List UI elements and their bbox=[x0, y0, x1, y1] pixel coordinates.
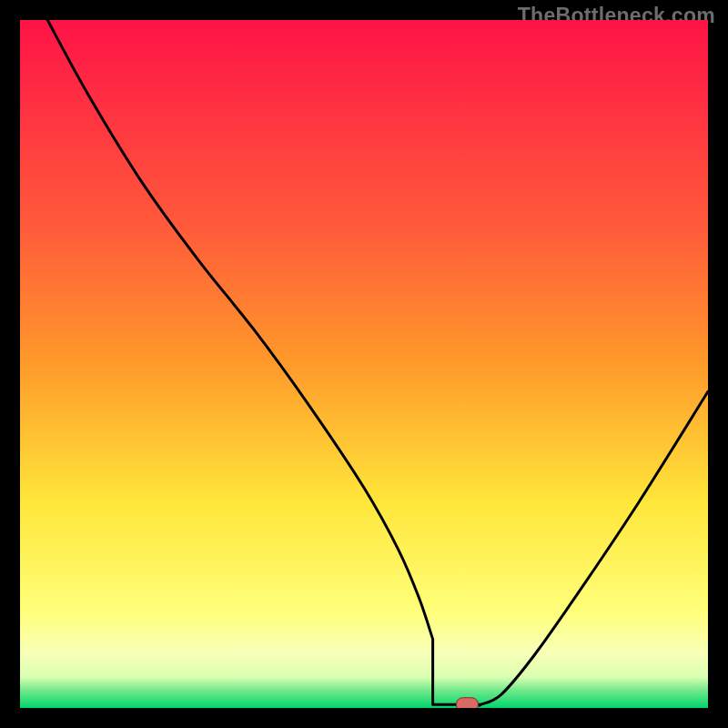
optimal-point-marker bbox=[456, 698, 478, 708]
gradient-background bbox=[20, 20, 708, 708]
plot-area bbox=[20, 20, 708, 708]
bottleneck-chart bbox=[20, 20, 708, 708]
chart-stage: TheBottleneck.com bbox=[0, 0, 728, 728]
